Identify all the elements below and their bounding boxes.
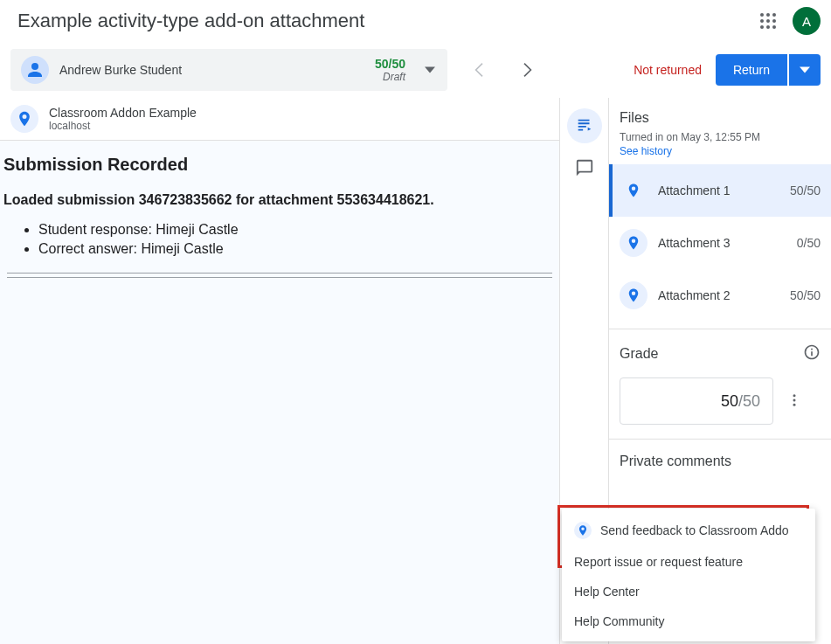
attachment-name: Attachment 2 [658, 288, 790, 302]
grade-section-title: Grade [620, 346, 803, 362]
attachment-name: Attachment 1 [658, 184, 790, 197]
attachment-row[interactable]: Attachment 2 50/50 [609, 269, 831, 322]
return-status: Not returned [634, 63, 702, 77]
attachment-name: Attachment 3 [658, 236, 797, 250]
return-button[interactable]: Return [716, 54, 787, 86]
attachment-icon [620, 229, 647, 257]
popup-item[interactable]: Report issue or request feature [562, 547, 815, 577]
grade-more-icon[interactable] [784, 392, 805, 411]
grade-info-icon[interactable] [803, 343, 821, 364]
attachment-score: 0/50 [797, 236, 821, 250]
addon-title: Classroom Addon Example [49, 106, 197, 120]
attachment-score: 50/50 [790, 288, 821, 302]
attachment-row[interactable]: Attachment 1 50/50 [609, 164, 831, 217]
divider [7, 277, 552, 278]
popup-item[interactable]: Help Center [562, 577, 815, 606]
chip-score-status: Draft [375, 71, 405, 83]
attachment-icon [620, 177, 647, 204]
attachment-score: 50/50 [790, 184, 821, 197]
addon-app-icon [10, 105, 38, 133]
student-response-item: Student response: Himeji Castle [38, 222, 556, 238]
student-selector[interactable]: Andrew Burke Student 50/50 Draft [10, 49, 447, 91]
svg-point-1 [793, 394, 796, 397]
svg-point-0 [31, 63, 38, 70]
page-title: Example activity-type add-on attachment [17, 10, 751, 32]
svg-point-2 [793, 398, 796, 401]
attachment-row[interactable]: Attachment 3 0/50 [609, 217, 831, 269]
google-apps-icon[interactable] [751, 3, 786, 38]
see-history-link[interactable]: See history [620, 145, 821, 157]
popup-item[interactable]: Send feedback to Classroom Addo [562, 514, 815, 547]
grade-input[interactable]: 50/50 [620, 377, 773, 425]
chip-score: 50/50 [375, 57, 405, 71]
comments-tab-icon[interactable] [567, 150, 602, 185]
files-tab-icon[interactable] [567, 108, 602, 143]
divider [7, 273, 552, 274]
turned-in-timestamp: Turned in on May 3, 12:55 PM [620, 131, 821, 143]
next-student-button[interactable] [517, 59, 538, 80]
submission-message: Loaded submission 346723835662 for attac… [3, 192, 556, 208]
files-section-title: Files [620, 110, 821, 126]
student-avatar-icon [21, 56, 49, 84]
student-selector-dropdown-icon[interactable] [419, 59, 440, 80]
return-dropdown-button[interactable] [789, 54, 821, 86]
prev-student-button[interactable] [468, 59, 489, 80]
account-avatar[interactable]: A [793, 7, 821, 35]
attachment-icon [620, 281, 647, 309]
addon-host: localhost [49, 120, 197, 132]
submission-heading: Submission Recorded [3, 155, 556, 175]
popup-item[interactable]: Help Community [562, 606, 815, 636]
student-name: Andrew Burke Student [59, 63, 375, 77]
help-popup: Send feedback to Classroom AddoReport is… [562, 509, 815, 641]
addon-app-icon [574, 522, 592, 539]
svg-point-3 [793, 403, 796, 405]
private-comments-title: Private comments [620, 454, 821, 469]
correct-answer-item: Correct answer: Himeji Castle [38, 241, 556, 257]
